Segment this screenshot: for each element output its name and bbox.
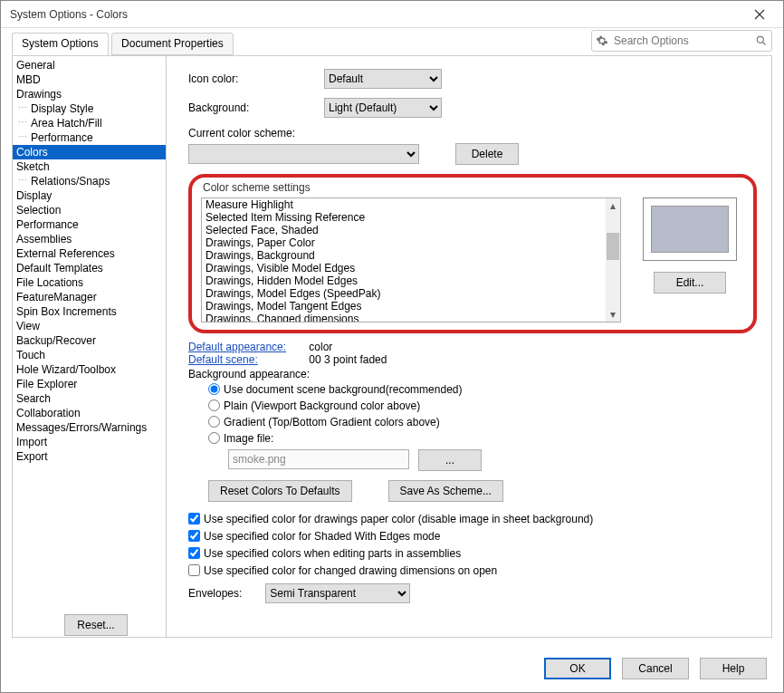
sidebar-item[interactable]: Default Templates	[13, 261, 166, 275]
options-window: System Options - Colors System Options D…	[0, 0, 784, 693]
gear-icon	[596, 34, 608, 47]
envelopes-select[interactable]: Semi Transparent	[265, 583, 410, 603]
scrollbar[interactable]: ▴ ▾	[606, 198, 620, 322]
tab-row: System Options Document Properties	[1, 28, 783, 53]
sidebar-item[interactable]: Import	[13, 435, 166, 449]
svg-point-0	[757, 36, 763, 43]
radio-doc-scene[interactable]: Use document scene background(recommende…	[208, 381, 757, 397]
tab-document-properties[interactable]: Document Properties	[111, 33, 234, 55]
scheme-item[interactable]: Selected Item Missing Reference	[202, 211, 620, 224]
sidebar-item[interactable]: Messages/Errors/Warnings	[13, 420, 166, 435]
footer-buttons: OK Cancel Help	[544, 658, 767, 679]
radio-image-file[interactable]: Image file:	[208, 430, 757, 446]
check-editing-parts[interactable]: Use specified colors when editing parts …	[188, 545, 757, 561]
close-icon	[754, 9, 765, 20]
scheme-item[interactable]: Selected Face, Shaded	[202, 224, 620, 236]
category-sidebar: GeneralMBDDrawingsDisplay StyleArea Hatc…	[13, 56, 167, 637]
scheme-item[interactable]: Drawings, Hidden Model Edges	[202, 274, 620, 287]
content-area: Icon color: Default Background: Light (D…	[167, 56, 771, 637]
sidebar-item[interactable]: General	[13, 58, 166, 72]
ok-button[interactable]: OK	[544, 658, 611, 679]
sidebar-item[interactable]: Display Style	[13, 101, 166, 116]
sidebar-item[interactable]: External References	[13, 246, 166, 261]
sidebar-item[interactable]: Performance	[13, 130, 166, 145]
sidebar-item[interactable]: Performance	[13, 217, 166, 232]
reset-button[interactable]: Reset...	[64, 614, 128, 636]
sidebar-item[interactable]: Spin Box Increments	[13, 304, 166, 319]
icon-color-label: Icon color:	[188, 72, 324, 85]
sidebar-item[interactable]: View	[13, 319, 166, 333]
titlebar: System Options - Colors	[1, 1, 783, 28]
scheme-item[interactable]: Drawings, Model Tangent Edges	[202, 300, 620, 313]
sidebar-item[interactable]: Drawings	[13, 87, 166, 101]
swatch-area: Edit...	[636, 197, 744, 322]
default-appearance-value: color	[309, 341, 332, 353]
sidebar-item[interactable]: Export	[13, 449, 166, 464]
scheme-item[interactable]: Drawings, Background	[202, 249, 620, 262]
save-scheme-button[interactable]: Save As Scheme...	[388, 480, 503, 502]
image-file-input[interactable]	[228, 449, 409, 469]
reset-colors-button[interactable]: Reset Colors To Defaults	[208, 480, 352, 502]
main-panel: GeneralMBDDrawingsDisplay StyleArea Hatc…	[12, 55, 772, 638]
sidebar-item[interactable]: Hole Wizard/Toolbox	[13, 362, 166, 377]
sidebar-item[interactable]: Area Hatch/Fill	[13, 116, 166, 130]
close-button[interactable]	[741, 2, 778, 27]
radio-plain[interactable]: Plain (Viewport Background color above)	[208, 398, 757, 413]
current-scheme-select[interactable]	[188, 144, 419, 164]
color-swatch	[651, 206, 729, 253]
sidebar-item[interactable]: File Explorer	[13, 377, 166, 391]
sidebar-item[interactable]: Assemblies	[13, 232, 166, 246]
sidebar-item[interactable]: MBD	[13, 72, 166, 87]
scroll-up-icon[interactable]: ▴	[606, 198, 620, 213]
sidebar-item[interactable]: Relations/Snaps	[13, 174, 166, 188]
sidebar-item[interactable]: File Locations	[13, 275, 166, 290]
background-select[interactable]: Light (Default)	[324, 98, 442, 118]
tab-system-options[interactable]: System Options	[12, 33, 109, 55]
scroll-down-icon[interactable]: ▾	[606, 307, 620, 322]
edit-color-button[interactable]: Edit...	[654, 272, 726, 294]
current-scheme-label: Current color scheme:	[188, 127, 295, 140]
background-appearance-label: Background appearance:	[188, 368, 757, 380]
scheme-item[interactable]: Drawings, Visible Model Edges	[202, 262, 620, 274]
scheme-item[interactable]: Drawings, Paper Color	[202, 236, 620, 249]
default-scene-link[interactable]: Default scene:	[188, 353, 306, 366]
search-input[interactable]	[612, 32, 755, 50]
cancel-button[interactable]: Cancel	[622, 658, 689, 679]
scheme-item[interactable]: Drawings, Changed dimensions	[202, 313, 620, 322]
background-label: Background:	[188, 101, 324, 114]
check-paper-color[interactable]: Use specified color for drawings paper c…	[188, 511, 757, 526]
color-scheme-listbox[interactable]: Measure HighlightSelected Item Missing R…	[201, 197, 621, 322]
sidebar-item[interactable]: Display	[13, 188, 166, 203]
default-appearance-link[interactable]: Default appearance:	[188, 341, 306, 353]
scheme-item[interactable]: Measure Highlight	[202, 198, 620, 211]
search-wrap	[591, 30, 772, 52]
help-button[interactable]: Help	[700, 658, 767, 679]
default-scene-value: 00 3 point faded	[309, 353, 387, 366]
color-scheme-settings-label: Color scheme settings	[203, 181, 746, 194]
search-icon	[755, 34, 768, 47]
delete-button[interactable]: Delete	[455, 143, 519, 165]
sidebar-item[interactable]: Sketch	[13, 159, 166, 174]
browse-button[interactable]: ...	[418, 449, 482, 471]
sidebar-item[interactable]: Colors	[13, 145, 166, 159]
sidebar-item[interactable]: FeatureManager	[13, 290, 166, 304]
sidebar-item[interactable]: Collaboration	[13, 406, 166, 420]
check-changed-dims[interactable]: Use specified color for changed drawing …	[188, 563, 757, 578]
sidebar-item[interactable]: Selection	[13, 203, 166, 217]
sidebar-item[interactable]: Search	[13, 391, 166, 406]
color-scheme-settings-box: Color scheme settings Measure HighlightS…	[188, 174, 757, 333]
color-swatch-border	[643, 197, 737, 261]
window-title: System Options - Colors	[10, 8, 741, 21]
envelopes-label: Envelopes:	[188, 587, 263, 600]
scheme-item[interactable]: Drawings, Model Edges (SpeedPak)	[202, 287, 620, 300]
radio-gradient[interactable]: Gradient (Top/Bottom Gradient colors abo…	[208, 414, 757, 429]
scroll-thumb[interactable]	[607, 233, 619, 260]
check-shaded-edges[interactable]: Use specified color for Shaded With Edge…	[188, 528, 757, 544]
sidebar-item[interactable]: Touch	[13, 348, 166, 362]
icon-color-select[interactable]: Default	[324, 69, 442, 89]
sidebar-item[interactable]: Backup/Recover	[13, 333, 166, 348]
